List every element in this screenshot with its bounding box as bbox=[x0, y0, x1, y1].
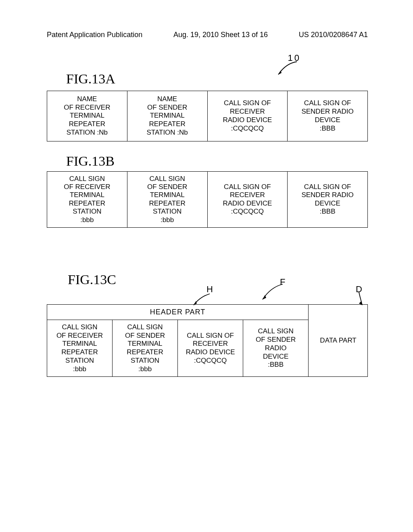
figure-13b-label: FIG.13B bbox=[66, 154, 368, 169]
header-right: US 2010/0208647 A1 bbox=[299, 31, 368, 39]
fig13a-cell-0: NAMEOF RECEIVERTERMINALREPEATERSTATION :… bbox=[47, 91, 127, 141]
header-left: Patent Application Publication bbox=[47, 31, 142, 39]
fig13a-cell-1: NAMEOF SENDERTERMINALREPEATERSTATION :Nb bbox=[127, 91, 207, 141]
svg-marker-3 bbox=[359, 301, 362, 305]
fig13c-cell-1: CALL SIGNOF SENDERTERMINALREPEATERSTATIO… bbox=[112, 320, 177, 376]
fig13b-cell-1: CALL SIGNOF SENDERTERMINALREPEATERSTATIO… bbox=[127, 172, 207, 227]
fig13c-cell-0: CALL SIGNOF RECEIVERTERMINALREPEATERSTAT… bbox=[47, 320, 112, 376]
figure-13a-label: FIG.13A bbox=[66, 71, 368, 87]
data-part-label: DATA PART bbox=[309, 305, 368, 376]
figure-13c-table: HEADER PART CALL SIGNOF RECEIVERTERMINAL… bbox=[47, 304, 368, 377]
figure-13a: FIG.13A 10 NAMEOF RECEIVERTERMINALREPEAT… bbox=[47, 71, 368, 141]
figure-13c: FIG.13C H F D HEADER PART bbox=[47, 272, 368, 377]
fig13b-cell-2: CALL SIGN OFRECEIVERRADIO DEVICE:CQCQCQ bbox=[207, 172, 288, 227]
fig13a-cell-3: CALL SIGN OFSENDER RADIODEVICE:BBB bbox=[287, 91, 367, 141]
header-part-label: HEADER PART bbox=[47, 305, 308, 320]
fig13c-cell-3: CALL SIGNOF SENDERRADIODEVICE:BBB bbox=[243, 320, 308, 376]
fig13b-cell-3: CALL SIGN OFSENDER RADIODEVICE:BBB bbox=[287, 172, 367, 227]
figure-13a-table: NAMEOF RECEIVERTERMINALREPEATERSTATION :… bbox=[47, 91, 368, 141]
header-center: Aug. 19, 2010 Sheet 13 of 16 bbox=[173, 31, 268, 39]
figure-13b-table: CALL SIGNOF RECEIVERTERMINALREPEATERSTAT… bbox=[47, 171, 368, 228]
page-header: Patent Application Publication Aug. 19, … bbox=[0, 0, 413, 39]
fig13b-cell-0: CALL SIGNOF RECEIVERTERMINALREPEATERSTAT… bbox=[47, 172, 127, 227]
figure-13b: FIG.13B CALL SIGNOF RECEIVERTERMINALREPE… bbox=[47, 154, 368, 228]
fig13c-cell-2: CALL SIGN OFRECEIVERRADIO DEVICE:CQCQCQ bbox=[177, 320, 243, 376]
fig13a-cell-2: CALL SIGN OFRECEIVERRADIO DEVICE:CQCQCQ bbox=[207, 91, 288, 141]
